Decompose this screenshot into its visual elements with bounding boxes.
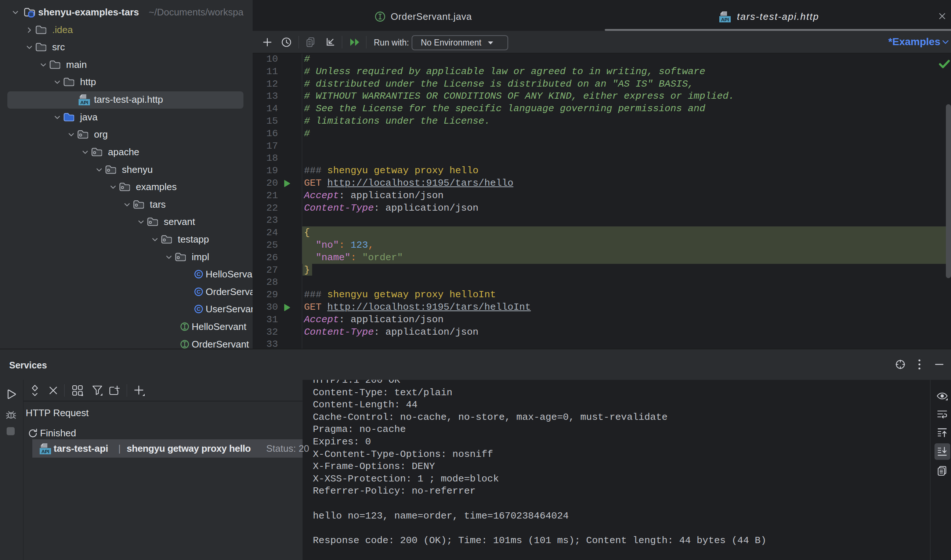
svg-text:API: API (721, 17, 729, 22)
svg-text:C: C (197, 288, 201, 295)
svg-text:API: API (80, 100, 88, 105)
svg-text:C: C (197, 306, 201, 312)
svg-text:C: C (197, 271, 201, 277)
svg-text:API: API (41, 448, 49, 454)
